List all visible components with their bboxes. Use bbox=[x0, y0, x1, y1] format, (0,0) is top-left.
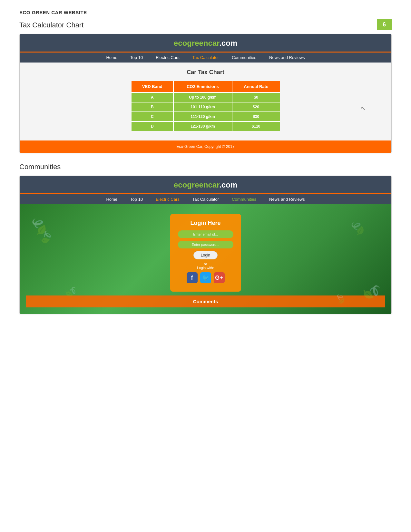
logo-eco: ecogreencar bbox=[174, 39, 219, 47]
logo-dot-com-2: .com bbox=[219, 180, 237, 189]
nav-electric-cars[interactable]: Electric Cars bbox=[156, 55, 180, 60]
comm-nav: Home Top 10 Electric Cars Tax Calculator… bbox=[20, 193, 391, 204]
nav-home[interactable]: Home bbox=[106, 55, 117, 60]
comm-nav-header: ecogreencar.com Home Top 10 Electric Car… bbox=[20, 176, 391, 204]
ved-band-b: B bbox=[132, 102, 174, 111]
social-icons: f 🐦 G+ bbox=[178, 272, 233, 283]
tax-nav: Home Top 10 Electric Cars Tax Calculator… bbox=[20, 52, 391, 63]
ved-band-a: A bbox=[132, 92, 174, 102]
login-title: Login Here bbox=[178, 220, 233, 227]
email-input[interactable] bbox=[178, 230, 233, 238]
comments-bar: Comments bbox=[26, 295, 385, 307]
ved-band-c: C bbox=[132, 111, 174, 121]
comm-nav-electric-cars[interactable]: Electric Cars bbox=[156, 197, 180, 202]
login-button[interactable]: Login bbox=[193, 251, 218, 259]
communities-body: 🍃 🍃 🍃 🍃 Login Here Login or Login with: … bbox=[20, 204, 391, 314]
tax-footer: Eco-Green Car, Copyright © 2017 bbox=[20, 140, 391, 153]
comm-nav-top10[interactable]: Top 10 bbox=[130, 197, 143, 202]
site-label: ECO GREEN CAR WEBSITE bbox=[19, 10, 392, 15]
rate-d: $110 bbox=[232, 121, 280, 131]
google-plus-icon[interactable]: G+ bbox=[214, 272, 225, 283]
tax-body: Car Tax Chart VED Band CO2 Emmisions Ann… bbox=[20, 63, 391, 140]
page-number: 6 bbox=[377, 19, 392, 30]
rate-a: $0 bbox=[232, 92, 280, 102]
table-row: D 121-130 g/km $110 bbox=[132, 121, 280, 131]
section2-heading: Communities bbox=[19, 163, 392, 171]
comm-nav-news[interactable]: News and Reviews bbox=[269, 197, 305, 202]
logo-eco-2: ecogreencar bbox=[174, 180, 219, 189]
leaf-deco-2: 🍃 bbox=[347, 217, 369, 239]
login-or: or Login with: bbox=[178, 262, 233, 270]
tax-header-rate: Annual Rate bbox=[232, 81, 280, 92]
facebook-icon[interactable]: f bbox=[187, 272, 198, 283]
communities-screenshot: ecogreencar.com Home Top 10 Electric Car… bbox=[19, 176, 392, 314]
password-input[interactable] bbox=[178, 241, 233, 248]
co2-a: Up to 100 g/km bbox=[174, 92, 232, 102]
co2-c: 111-120 g/km bbox=[174, 111, 232, 121]
rate-b: $20 bbox=[232, 102, 280, 111]
nav-news-reviews[interactable]: News and Reviews bbox=[269, 55, 305, 60]
nav-top10[interactable]: Top 10 bbox=[130, 55, 143, 60]
tax-chart-title: Car Tax Chart bbox=[33, 69, 378, 76]
nav-tax-calculator[interactable]: Tax Calculator bbox=[192, 55, 219, 60]
tax-calculator-screenshot: ecogreencar.com Home Top 10 Electric Car… bbox=[19, 34, 392, 153]
tax-nav-header: ecogreencar.com Home Top 10 Electric Car… bbox=[20, 34, 391, 63]
table-row: C 111-120 g/km $30 bbox=[132, 111, 280, 121]
rate-c: $30 bbox=[232, 111, 280, 121]
ved-band-d: D bbox=[132, 121, 174, 131]
twitter-icon[interactable]: 🐦 bbox=[200, 272, 211, 283]
leaf-deco-1: 🍃 bbox=[37, 228, 55, 246]
comm-nav-home[interactable]: Home bbox=[106, 197, 117, 202]
logo-dot-com: .com bbox=[219, 39, 237, 47]
comm-nav-tax[interactable]: Tax Calculator bbox=[192, 197, 219, 202]
tax-header-ved: VED Band bbox=[132, 81, 174, 92]
cursor-icon: ↖ bbox=[361, 105, 366, 112]
login-card: Login Here Login or Login with: f 🐦 G+ bbox=[170, 214, 241, 292]
tax-header-co2: CO2 Emmisions bbox=[174, 81, 232, 92]
nav-communities[interactable]: Communities bbox=[232, 55, 256, 60]
section1-heading: Tax Calculator Chart bbox=[19, 21, 392, 29]
tax-table: VED Band CO2 Emmisions Annual Rate A Up … bbox=[132, 81, 280, 131]
table-row: A Up to 100 g/km $0 bbox=[132, 92, 280, 102]
comm-nav-communities[interactable]: Communities bbox=[232, 197, 256, 202]
co2-d: 121-130 g/km bbox=[174, 121, 232, 131]
eco-logo-2: ecogreencar.com bbox=[20, 180, 391, 189]
eco-logo: ecogreencar.com bbox=[20, 39, 391, 48]
co2-b: 101-110 g/km bbox=[174, 102, 232, 111]
table-row: B 101-110 g/km $20 bbox=[132, 102, 280, 111]
